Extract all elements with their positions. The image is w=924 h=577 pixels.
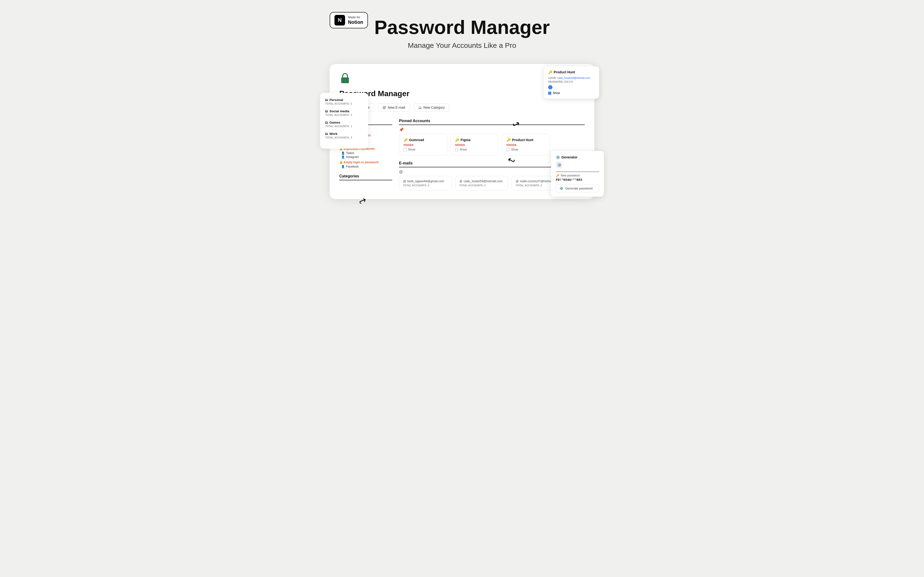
popup-password-value: 30X179 xyxy=(564,80,573,83)
notif-item-twitch[interactable]: 👤 Twitch xyxy=(341,152,392,155)
twitch-person-icon: 👤 xyxy=(341,152,345,155)
empty-warning-icon: ⚠️ xyxy=(339,161,343,164)
gumroad-key-icon: 🔑 xyxy=(404,138,408,142)
figma-show-row[interactable]: Show xyxy=(455,148,494,151)
account-card-producthunt: 🔑 Product Hunt HIDDEN Show xyxy=(502,134,550,155)
svg-rect-0 xyxy=(341,77,349,83)
sidebar-item-work-title: 🗂 Work xyxy=(325,132,363,135)
popup-generator: ⚙️ Generator ⚙️ 🔑 New password FD!"654A!… xyxy=(551,151,604,197)
popup-color-circles xyxy=(548,85,595,89)
figma-title: 🔑 Figma xyxy=(455,138,494,142)
notif-item-instagram[interactable]: 👤 Instagram xyxy=(341,155,392,159)
briefcase-icon-games: 🗂 xyxy=(325,121,328,124)
sidebar-item-games[interactable]: 🗂 Games TOTAL ACCOUNTS: 1 xyxy=(325,121,363,128)
popup-product-hunt-title: 🔑 Product Hunt xyxy=(548,70,595,74)
figma-show-label: Show xyxy=(460,148,467,151)
email-at-icon-2: @ xyxy=(459,180,462,183)
new-category-briefcase-icon: 🗂 xyxy=(418,106,422,110)
figma-key-icon: 🔑 xyxy=(455,138,459,142)
generate-label: Generate password xyxy=(565,187,593,190)
popup-show-label: Show xyxy=(553,91,560,95)
sidebar-personal-total: TOTAL ACCOUNTS: 2 xyxy=(325,102,363,105)
popup-product-hunt: 🔑 Product Hunt LOGIN: cadu_fusido59@hotm… xyxy=(544,66,599,98)
popup-generator-title: ⚙️ Generator xyxy=(556,155,599,159)
pinned-header: Pinned Accounts xyxy=(399,119,585,125)
notif-group-duplicated: ⚠️ Duplicated Passwords: 👤 Twitch 👤 Inst… xyxy=(339,147,392,159)
new-category-label: New Category xyxy=(423,106,445,110)
sidebar-item-work[interactable]: 🗂 Work TOTAL ACCOUNTS: 3 xyxy=(325,132,363,139)
gear-icon: ⚙️ xyxy=(556,155,560,159)
popup-password-label: PASSWORD: xyxy=(548,80,563,83)
new-password-key-icon: 🔑 xyxy=(556,174,559,177)
new-email-label: New E-mail xyxy=(388,106,405,110)
producthunt-show-checkbox[interactable] xyxy=(507,148,510,151)
figma-hidden-badge: HIDDEN xyxy=(455,144,494,147)
popup-login-field: LOGIN: cadu_fusido59@hotmail.com xyxy=(548,76,595,79)
sidebar-item-social[interactable]: 🗂 Social media TOTAL ACCOUNTS: 3 xyxy=(325,110,363,116)
notion-text: Made for Notion xyxy=(348,15,363,25)
producthunt-hidden-badge: HIDDEN xyxy=(507,144,546,147)
lock-icon xyxy=(339,73,351,84)
gumroad-show-checkbox[interactable] xyxy=(404,148,407,151)
new-email-at-icon: @ xyxy=(383,106,386,110)
popup-password-field: PASSWORD: 30X179 xyxy=(548,80,595,83)
new-email-button[interactable]: @ New E-mail xyxy=(378,103,410,111)
briefcase-icon-social: 🗂 xyxy=(325,110,328,113)
facebook-person-icon: 👤 xyxy=(341,165,345,168)
new-password-label: 🔑 New password xyxy=(556,174,599,177)
gumroad-title: 🔑 Gumroad xyxy=(404,138,443,142)
made-for-label: Made for xyxy=(348,15,363,19)
popup-show-row[interactable]: ✓ Show xyxy=(548,91,595,95)
notion-label: Notion xyxy=(348,19,363,25)
action-buttons-row: 🔒 New Account @ New E-mail 🗂 New Categor… xyxy=(339,103,585,111)
producthunt-show-label: Show xyxy=(511,148,518,151)
account-card-figma: 🔑 Figma HIDDEN Show xyxy=(451,134,499,155)
notif-item-facebook[interactable]: 👤 Facebook xyxy=(341,165,392,168)
header-area: N Made for Notion Password Manager Manag… xyxy=(330,10,594,57)
figma-show-checkbox[interactable] xyxy=(455,148,458,151)
main-title: Password Manager xyxy=(374,17,549,38)
email-card-1: @ bivib_ogewo64@gmail.com TOTAL ACCOUNTS… xyxy=(399,176,452,190)
gumroad-show-row[interactable]: Show xyxy=(404,148,443,151)
email-addr-2: @ cadu_fusido59@hotmail.com xyxy=(459,180,504,183)
main-subtitle: Manage Your Accounts Like a Pro xyxy=(408,41,516,50)
email-card-2: @ cadu_fusido59@hotmail.com TOTAL ACCOUN… xyxy=(455,176,508,190)
producthunt-show-row[interactable]: Show xyxy=(507,148,546,151)
briefcase-icon-personal: 🗂 xyxy=(325,98,328,102)
email-at-icon-1: @ xyxy=(403,180,406,183)
sidebar-social-total: TOTAL ACCOUNTS: 3 xyxy=(325,114,363,116)
popup-login-label: LOGIN: xyxy=(548,76,557,79)
gen-icon-row: ⚙️ xyxy=(556,161,599,168)
pinned-section: Pinned Accounts 📌 🔑 Gumroad HIDDEN xyxy=(399,119,585,155)
new-category-button[interactable]: 🗂 New Category xyxy=(414,103,449,111)
new-password-row: 🔑 New password FD!"654A!""083 xyxy=(556,174,599,182)
categories-header: Categories xyxy=(339,174,392,180)
sidebar-item-personal[interactable]: 🗂 Personal TOTAL ACCOUNTS: 2 xyxy=(325,98,363,105)
main-card-container: 🗂 Personal TOTAL ACCOUNTS: 2 🗂 Social me… xyxy=(330,64,594,199)
notion-badge: N Made for Notion xyxy=(330,12,368,28)
generate-password-button[interactable]: ⚙️ Generate password xyxy=(556,184,599,192)
notion-icon: N xyxy=(334,15,345,26)
sidebar-games-total: TOTAL ACCOUNTS: 1 xyxy=(325,125,363,128)
briefcase-icon-work: 🗂 xyxy=(325,132,328,135)
sidebar-work-total: TOTAL ACCOUNTS: 3 xyxy=(325,136,363,139)
instagram-person-icon: 👤 xyxy=(341,155,345,159)
sidebar-item-social-title: 🗂 Social media xyxy=(325,110,363,113)
popup-circle-blue xyxy=(548,85,552,89)
new-password-value: FD!"654A!""083 xyxy=(556,178,599,182)
producthunt-key-icon: 🔑 xyxy=(507,138,510,142)
empty-title: ⚠️ Empty login or password: xyxy=(339,161,392,164)
gumroad-hidden-badge: HIDDEN xyxy=(404,144,443,147)
sidebar-item-personal-title: 🗂 Personal xyxy=(325,98,363,102)
pin-icon: 📌 xyxy=(399,127,585,132)
email-addr-1: @ bivib_ogewo64@gmail.com xyxy=(403,180,448,183)
email-total-2: TOTAL ACCOUNTS: 3 xyxy=(459,184,504,187)
popup-show-checkbox[interactable]: ✓ xyxy=(548,92,551,95)
notif-group-empty: ⚠️ Empty login or password: 👤 Facebook xyxy=(339,161,392,168)
content-area: Notifications 🔔 Notifications ▾ ⚠️ Expir… xyxy=(339,119,585,190)
categories-section: Categories xyxy=(339,174,392,180)
sidebar-item-games-title: 🗂 Games xyxy=(325,121,363,124)
gumroad-show-label: Show xyxy=(408,148,415,151)
generate-gear-icon: ⚙️ xyxy=(559,187,563,190)
gen-icon-1: ⚙️ xyxy=(556,161,562,168)
